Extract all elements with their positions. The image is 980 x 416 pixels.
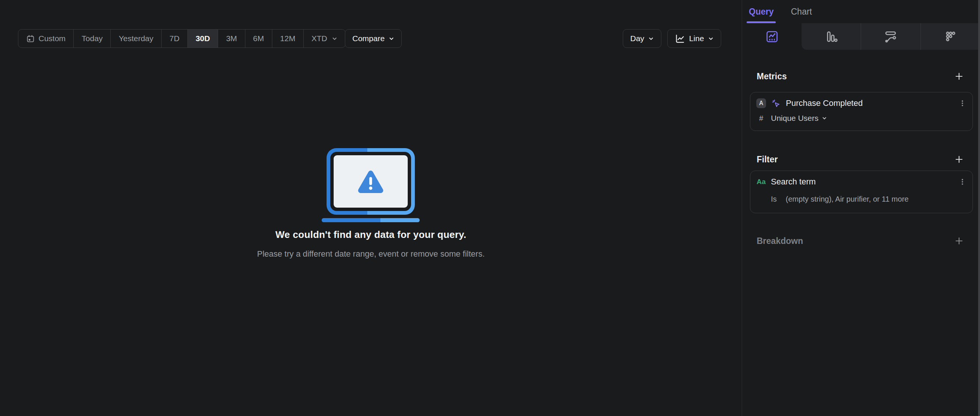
date-range-30d-selected[interactable]: 30D (188, 30, 218, 48)
filter-card[interactable]: Aa Search term Is (empty string), Air pu… (750, 171, 973, 213)
empty-state-title: We couldn't find any data for your query… (0, 229, 742, 241)
string-type-badge: Aa (756, 178, 766, 186)
metric-letter-badge: A (756, 99, 766, 108)
date-range-custom[interactable]: Custom (18, 30, 74, 48)
add-breakdown-button[interactable] (954, 236, 964, 246)
tab-flows[interactable] (861, 23, 920, 50)
date-range-12m[interactable]: 12M (272, 30, 304, 48)
add-metric-button[interactable] (954, 71, 964, 81)
filter-values[interactable]: (empty string), Air purifier, or 11 more (786, 195, 909, 204)
inactive-tab-group (802, 23, 980, 50)
date-range-3m[interactable]: 3M (218, 30, 245, 48)
chevron-down-icon (708, 36, 714, 41)
date-range-yesterday[interactable]: Yesterday (111, 30, 162, 48)
metrics-heading: Metrics (757, 72, 787, 81)
calendar-icon (26, 34, 35, 43)
warning-triangle-icon (356, 169, 385, 194)
flows-icon (883, 30, 898, 44)
date-range-label: Custom (38, 34, 65, 43)
date-range-6m[interactable]: 6M (245, 30, 272, 48)
interval-dropdown[interactable]: Day (623, 29, 661, 48)
add-filter-button[interactable] (954, 154, 964, 164)
aggregation-hash-symbol: # (756, 114, 766, 123)
compare-label: Compare (352, 34, 385, 43)
metric-card[interactable]: A Purchase Completed # Unique Users (750, 92, 973, 131)
insights-icon (765, 29, 780, 44)
chevron-down-icon (332, 36, 337, 41)
retention-icon (943, 30, 958, 44)
monitor-warning-icon (326, 148, 415, 215)
kebab-icon[interactable] (958, 99, 967, 107)
breakdown-section-header: Breakdown (757, 236, 964, 246)
filter-operator[interactable]: Is (771, 195, 777, 204)
date-range-today[interactable]: Today (74, 30, 111, 48)
chart-type-label: Line (689, 34, 704, 43)
filter-heading: Filter (757, 155, 778, 164)
metric-event-name[interactable]: Purchase Completed (786, 99, 862, 108)
breakdown-heading: Breakdown (757, 236, 803, 246)
tab-funnels[interactable] (802, 23, 861, 50)
date-range-xtd[interactable]: XTD (304, 30, 345, 48)
query-builder-sidebar: Query Chart (742, 0, 980, 416)
event-click-icon (771, 99, 781, 108)
aggregation-dropdown[interactable]: Unique Users (771, 114, 827, 123)
line-chart-icon (675, 33, 685, 44)
report-type-tabs (742, 23, 980, 50)
tab-insights[interactable] (742, 23, 802, 50)
filter-property-name[interactable]: Search term (771, 177, 816, 186)
scrollbar[interactable] (978, 0, 980, 416)
funnels-icon (824, 30, 838, 44)
tab-chart[interactable]: Chart (790, 0, 813, 23)
empty-state-subtitle: Please try a different date range, event… (0, 249, 742, 259)
tab-query[interactable]: Query (748, 0, 774, 23)
chevron-down-icon (389, 36, 394, 41)
main-chart-area: Custom Today Yesterday 7D 30D 3M 6M 12M … (0, 0, 742, 416)
date-range-7d[interactable]: 7D (162, 30, 188, 48)
kebab-icon[interactable] (958, 178, 967, 186)
tab-retention[interactable] (921, 23, 980, 50)
chevron-down-icon (648, 36, 654, 41)
monitor-stand-shape (322, 218, 420, 222)
filter-section-header: Filter (757, 154, 964, 164)
interval-label: Day (630, 34, 644, 43)
chart-type-dropdown[interactable]: Line (667, 29, 721, 48)
metrics-section-header: Metrics (757, 71, 964, 81)
sidebar-tab-bar: Query Chart (742, 0, 980, 23)
chevron-down-icon (822, 116, 827, 121)
date-range-toolbar: Custom Today Yesterday 7D 30D 3M 6M 12M … (18, 29, 345, 48)
compare-button[interactable]: Compare (345, 29, 402, 48)
